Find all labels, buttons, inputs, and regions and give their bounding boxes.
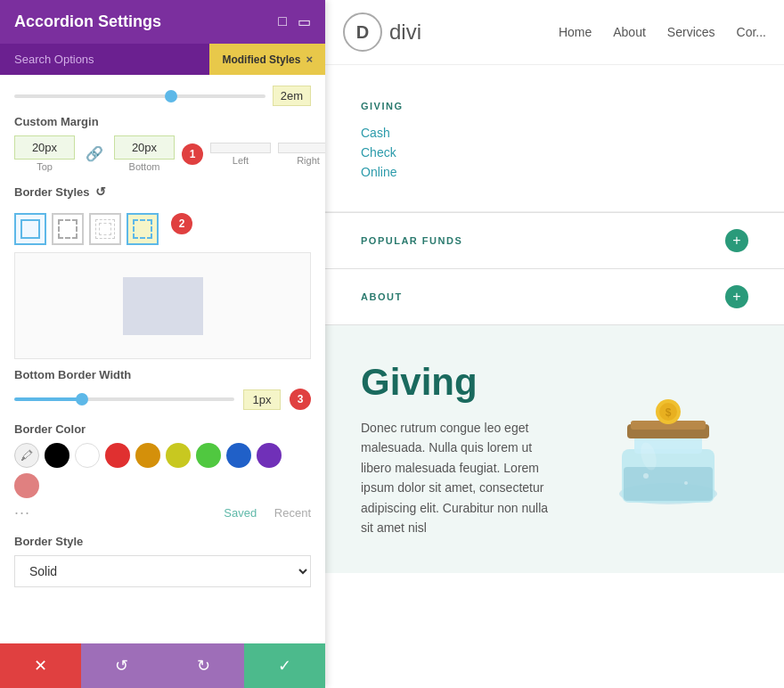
border-options: 2 [14,213,311,245]
svg-text:$: $ [666,406,672,419]
layout-icon[interactable]: ▭ [298,13,311,30]
margin-bottom-wrap: 20px Bottom [114,135,175,172]
modified-styles-text: Modified Styles [222,53,300,66]
accordion-item-popular-funds[interactable]: POPULAR FUNDS + [325,213,784,269]
preview-panel: D divi Home About Services Cor... GIVING… [325,0,784,688]
margin-left-wrap: Left [210,143,271,166]
color-blue[interactable] [226,443,251,468]
border-dashed-outer-icon [58,219,78,239]
color-white[interactable] [75,443,100,468]
giving-desc: Donec rutrum congue leo eget malesuada. … [361,418,552,537]
close-modified-styles-icon[interactable]: × [306,53,313,66]
check-link[interactable]: Check [361,145,748,160]
online-link[interactable]: Online [361,165,748,179]
preview-area [14,252,311,359]
site-content: GIVING Cash Check Online POPULAR FUNDS +… [325,65,784,688]
recent-label[interactable]: Recent [274,506,311,520]
site-nav: D divi Home About Services Cor... [325,0,784,65]
redo-button[interactable]: ↻ [163,643,244,688]
nav-services[interactable]: Services [667,25,715,39]
svg-rect-9 [624,467,713,501]
slider-row-top: 2em [14,86,311,106]
accordion-label-about: ABOUT [361,291,403,302]
giving-links: Cash Check Online [361,126,748,179]
border-dashed-inner-icon [99,223,111,235]
saved-label[interactable]: Saved [224,506,257,520]
nav-about[interactable]: About [613,25,646,39]
border-styles-header: Border Styles ↺ [14,184,311,206]
piggy-bank-illustration: $ [588,378,748,520]
margin-bottom-input[interactable]: 20px [114,135,175,160]
color-red[interactable] [105,443,130,468]
piggy-bank-svg: $ [588,378,748,525]
margin-right-wrap: Right [278,143,325,166]
border-solid-option[interactable] [14,213,46,245]
slider-track-wrap: 2em [14,86,311,106]
color-yellow[interactable] [166,443,191,468]
accordion-label-popular-funds: POPULAR FUNDS [361,235,462,246]
modified-styles-badge[interactable]: Modified Styles × [209,44,325,75]
logo-circle: D [343,12,382,52]
margin-left-input[interactable] [210,143,271,153]
giving-big-title: Giving [361,361,552,404]
border-style-select[interactable]: Solid None Dashed Dotted Double [14,555,311,587]
margin-right-input[interactable] [278,143,325,153]
save-button[interactable]: ✓ [244,643,325,688]
undo-button[interactable]: ↺ [81,643,162,688]
nav-home[interactable]: Home [559,25,592,39]
site-logo: D divi [343,12,421,52]
color-black[interactable] [45,443,69,468]
border-color-title: Border Color [14,422,311,436]
margin-top-input[interactable]: 20px [14,135,75,160]
color-green[interactable] [196,443,221,468]
step-badge-3: 3 [290,389,311,410]
slider-thumb[interactable] [165,90,177,102]
margin-right-label: Right [297,155,320,166]
more-colors-icon[interactable]: ··· [14,504,30,522]
step-badge-2: 2 [171,213,192,234]
border-color-section: Border Color 🖍 ··· Saved Recent [14,422,311,522]
border-selected-option[interactable] [127,213,159,245]
color-purple[interactable] [257,443,282,468]
color-pink[interactable] [14,473,39,498]
custom-margin-section-title: Custom Margin [14,115,311,128]
preview-inner-box [123,277,203,335]
accordion-expand-about[interactable]: + [725,285,748,308]
saved-recent-row: ··· Saved Recent [14,504,311,522]
link-margins-icon[interactable]: 🔗 [86,145,103,162]
bottom-border-width-title: Bottom Border Width [14,368,311,381]
color-dropper[interactable]: 🖍 [14,443,39,468]
panel-content: 2em Custom Margin 20px Top 🔗 20px Bottom… [0,75,325,643]
two-em-value[interactable]: 2em [273,86,311,106]
border-solid-icon [20,219,40,239]
border-style-title: Border Style [14,535,311,548]
svg-point-10 [643,473,649,479]
giving-links-section: GIVING Cash Check Online [325,65,784,212]
accordion-section: POPULAR FUNDS + ABOUT + [325,212,784,325]
border-dashed-outer-option[interactable] [52,213,84,245]
nav-contact[interactable]: Cor... [737,25,766,39]
panel-header-icons: □ ▭ [278,13,311,30]
border-selected-icon [133,219,152,239]
border-styles-title: Border Styles ↺ [14,184,106,199]
color-orange[interactable] [135,443,160,468]
margin-bottom-label: Bottom [129,161,160,172]
accordion-item-about[interactable]: ABOUT + [325,269,784,325]
search-options-label[interactable]: Search Options [0,44,209,75]
slider-track[interactable] [14,94,265,98]
bottom-border-slider-thumb[interactable] [76,393,88,405]
border-styles-section: Border Styles ↺ 2 [14,184,311,245]
step-badge-1: 1 [182,143,203,165]
site-nav-links: Home About Services Cor... [559,25,766,39]
resize-icon[interactable]: □ [278,13,287,30]
cancel-button[interactable]: ✕ [0,643,81,688]
cash-link[interactable]: Cash [361,126,748,140]
accordion-expand-popular-funds[interactable]: + [725,229,748,252]
giving-section-header: GIVING [361,101,748,111]
giving-text-area: Giving Donec rutrum congue leo eget male… [361,361,552,537]
bottom-border-slider-track[interactable] [14,397,234,401]
margin-top-label: Top [37,161,53,172]
border-dashed-inner-option[interactable] [89,213,121,245]
reset-border-icon[interactable]: ↺ [95,184,106,199]
bottom-border-value[interactable]: 1px [243,389,281,410]
